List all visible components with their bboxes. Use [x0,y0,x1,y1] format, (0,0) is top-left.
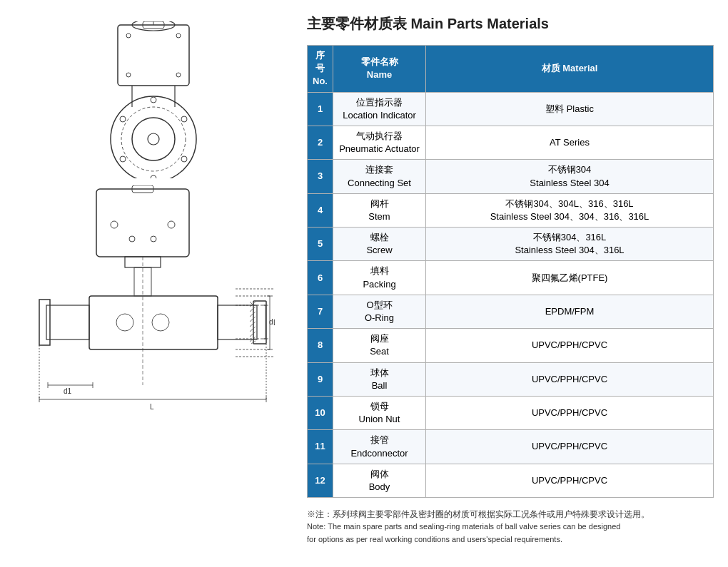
row-number: 4 [308,193,333,227]
row-number: 9 [308,362,333,396]
note-chinese: ※注：系列球阀主要零部件及密封圈的材质可根据实际工况条件或用户特殊要求设计选用。 [307,508,714,521]
row-part-name: 阀杆Stem [333,193,426,227]
svg-line-41 [250,327,256,332]
parts-table: 序号No. 零件名称Name 材质 Material 1位置指示器Locatio… [307,45,714,498]
svg-point-24 [129,236,135,242]
row-material: UPVC/PPH/CPVC [426,329,714,362]
row-number: 2 [308,126,333,159]
svg-point-6 [126,73,131,77]
svg-point-14 [120,116,126,122]
table-row: 10锁母Union NutUPVC/PPH/CPVC [308,396,714,429]
row-part-name: 锁母Union Nut [333,396,426,429]
note-line2: for options as per real working conditio… [307,535,562,543]
row-part-name: 螺栓Screw [333,228,426,261]
drawing-section: d D1 D d1 L [14,14,293,553]
svg-point-4 [126,34,131,38]
svg-point-23 [168,221,175,228]
row-part-name: 阀体Body [333,464,426,497]
svg-rect-32 [39,300,50,345]
table-row: 8阀座SeatUPVC/PPH/CPVC [308,329,714,362]
top-view-drawing [82,21,225,178]
svg-line-39 [250,317,256,322]
row-material: 聚四氟乙烯(PTFE) [426,261,714,295]
svg-point-17 [181,156,187,162]
table-row: 4阀杆Stem不锈钢304、304L、316、316LStainless Ste… [308,193,714,227]
table-row: 3连接套Connecting Set不锈钢304Stainless Steel … [308,160,714,193]
svg-text:D1: D1 [273,319,275,327]
row-part-name: 气动执行器Pneumatic Actuator [333,126,426,159]
row-material: UPVC/PPH/CPVC [426,396,714,429]
svg-point-30 [152,314,169,331]
svg-point-5 [176,34,181,38]
row-material: 不锈钢304、304L、316、316LStainless Steel 304、… [426,193,714,227]
row-number: 3 [308,160,333,193]
row-material: EPDM/FPM [426,295,714,328]
row-number: 1 [308,92,333,126]
svg-point-7 [176,73,181,77]
row-number: 5 [308,228,333,261]
col-no-header: 序号No. [308,46,333,93]
svg-point-15 [181,116,187,122]
row-number: 8 [308,329,333,362]
row-part-name: 填料Packing [333,261,426,295]
row-part-name: O型环O-Ring [333,295,426,328]
svg-point-25 [151,236,156,242]
svg-rect-27 [89,296,218,349]
svg-point-16 [120,156,126,162]
row-part-name: 连接套Connecting Set [333,160,426,193]
col-name-header: 零件名称Name [333,46,426,93]
row-material: AT Series [426,126,714,159]
svg-point-9 [121,107,186,171]
svg-point-12 [151,97,156,103]
svg-line-38 [250,312,256,317]
note-section: ※注：系列球阀主要零部件及密封圈的材质可根据实际工况条件或用户特殊要求设计选用。… [307,508,714,546]
row-number: 7 [308,295,333,328]
row-part-name: 位置指示器Location Indicator [333,92,426,126]
note-prefix: Note: [307,522,325,531]
note-english: Note: The main spare parts and sealing-r… [307,521,714,546]
row-number: 11 [308,430,333,464]
table-row: 5螺栓Screw不锈钢304、316LStainless Steel 304、3… [308,228,714,261]
row-material: UPVC/PPH/CPVC [426,362,714,396]
row-number: 6 [308,261,333,295]
svg-point-22 [111,221,118,228]
table-row: 6填料Packing聚四氟乙烯(PTFE) [308,261,714,295]
table-row: 7O型环O-RingEPDM/FPM [308,295,714,328]
svg-text:d1: d1 [64,387,72,395]
row-number: 12 [308,464,333,497]
row-part-name: 阀座Seat [333,329,426,362]
table-row: 1位置指示器Location Indicator塑料 Plastic [308,92,714,126]
row-part-name: 球体Ball [333,362,426,396]
svg-rect-34 [253,301,266,344]
table-section: 主要零件材质表 Main Parts Materials 序号No. 零件名称N… [307,14,714,553]
svg-rect-31 [46,305,89,339]
page-title: 主要零件材质表 Main Parts Materials [307,14,714,34]
svg-text:L: L [150,403,154,411]
row-number: 10 [308,396,333,429]
svg-rect-20 [96,189,189,257]
row-material: UPVC/PPH/CPVC [426,430,714,464]
svg-point-8 [111,96,196,178]
row-part-name: 接管Endconnector [333,430,426,464]
svg-line-40 [250,322,256,327]
side-view-drawing: d D1 D d1 L [32,185,275,414]
table-row: 11接管EndconnectorUPVC/PPH/CPVC [308,430,714,464]
row-material: 塑料 Plastic [426,92,714,126]
note-line1: The main spare parts and sealing-ring ma… [328,522,620,531]
svg-point-11 [148,133,159,145]
row-material: 不锈钢304、316LStainless Steel 304、316L [426,228,714,261]
table-row: 9球体BallUPVC/PPH/CPVC [308,362,714,396]
row-material: UPVC/PPH/CPVC [426,464,714,497]
svg-rect-0 [118,25,189,86]
row-material: 不锈钢304Stainless Steel 304 [426,160,714,193]
svg-point-13 [151,175,156,178]
col-material-header: 材质 Material [426,46,714,93]
table-row: 12阀体BodyUPVC/PPH/CPVC [308,464,714,497]
svg-point-29 [116,314,133,331]
svg-point-10 [132,118,175,160]
svg-line-37 [250,307,256,312]
svg-line-42 [250,332,256,337]
table-row: 2气动执行器Pneumatic ActuatorAT Series [308,126,714,159]
